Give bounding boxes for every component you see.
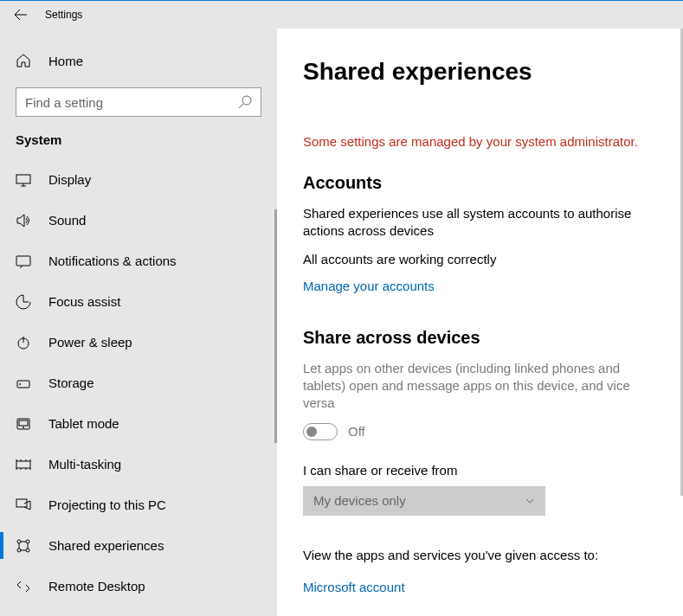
nav-label: Notifications & actions (48, 253, 177, 268)
share-devices-toggle (303, 423, 338, 440)
share-devices-desc: Let apps on other devices (including lin… (303, 360, 649, 413)
home-label: Home (48, 54, 83, 68)
titlebar: Settings (0, 1, 683, 29)
nav-label: Sound (48, 213, 86, 228)
nav-label: Tablet mode (48, 416, 119, 431)
share-receive-label: I can share or receive from (303, 463, 657, 478)
svg-point-8 (23, 427, 24, 427)
projecting-icon (16, 497, 31, 513)
svg-point-11 (17, 540, 21, 543)
tablet-icon (16, 416, 31, 432)
nav-label: Remote Desktop (48, 579, 145, 594)
window-body: Home System Display Sound (0, 29, 683, 616)
svg-rect-2 (16, 256, 30, 266)
svg-point-0 (242, 96, 251, 105)
home-icon (16, 53, 31, 68)
share-receive-select: My devices only (303, 486, 545, 516)
search-container (16, 87, 261, 117)
nav-multitasking[interactable]: Multi-tasking (0, 444, 277, 484)
back-arrow-icon (14, 8, 28, 22)
focus-assist-icon (16, 294, 31, 310)
display-icon (16, 172, 31, 188)
page-title: Shared experiences (303, 58, 657, 86)
svg-point-14 (26, 549, 29, 552)
nav-sound[interactable]: Sound (0, 200, 277, 241)
share-devices-toggle-row: Off (303, 423, 657, 440)
svg-rect-7 (19, 420, 28, 426)
svg-point-13 (17, 549, 21, 552)
svg-rect-1 (16, 175, 30, 183)
search-input[interactable] (25, 95, 238, 110)
svg-point-12 (26, 540, 29, 543)
manage-accounts-link[interactable]: Manage your accounts (303, 279, 657, 293)
home-nav[interactable]: Home (0, 42, 277, 79)
search-icon (238, 95, 252, 109)
accounts-header: Accounts (303, 173, 657, 193)
svg-rect-9 (16, 461, 30, 468)
nav-label: Projecting to this PC (48, 497, 166, 512)
sidebar: Home System Display Sound (0, 29, 277, 616)
sound-icon (16, 213, 31, 228)
nav-projecting[interactable]: Projecting to this PC (0, 484, 277, 525)
admin-notice: Some settings are managed by your system… (303, 134, 657, 149)
view-access-desc: View the apps and services you've given … (303, 547, 649, 564)
nav-shared-experiences[interactable]: Shared experiences (0, 525, 277, 566)
nav-display[interactable]: Display (0, 159, 277, 200)
svg-point-5 (20, 383, 21, 384)
share-receive-value: My devices only (313, 493, 406, 508)
share-devices-header: Share across devices (303, 328, 657, 348)
power-icon (16, 335, 31, 350)
nav-list: Display Sound Notifications & actions Fo… (0, 159, 277, 616)
search-box[interactable] (16, 87, 261, 117)
nav-power[interactable]: Power & sleep (0, 322, 277, 363)
nav-label: Shared experiences (48, 538, 164, 553)
microsoft-account-link[interactable]: Microsoft account (303, 580, 657, 594)
accounts-desc1: Shared experiences use all system accoun… (303, 205, 649, 241)
back-button[interactable] (0, 1, 42, 29)
remote-icon (16, 579, 31, 594)
nav-label: Multi-tasking (48, 457, 121, 472)
multitasking-icon (16, 457, 31, 472)
toggle-knob (306, 427, 317, 437)
category-label: System (0, 132, 277, 159)
storage-icon (16, 375, 31, 391)
nav-tablet[interactable]: Tablet mode (0, 403, 277, 444)
nav-label: Focus assist (48, 294, 120, 309)
nav-notifications[interactable]: Notifications & actions (0, 241, 277, 281)
notifications-icon (16, 253, 31, 269)
nav-storage[interactable]: Storage (0, 363, 277, 403)
nav-remote-desktop[interactable]: Remote Desktop (0, 566, 277, 606)
chevron-down-icon (525, 496, 535, 506)
nav-label: Storage (48, 375, 94, 390)
share-devices-toggle-state: Off (348, 424, 365, 439)
nav-focus-assist[interactable]: Focus assist (0, 281, 277, 322)
nav-label: Display (48, 172, 91, 187)
shared-icon (16, 538, 31, 554)
app-title: Settings (45, 9, 82, 21)
nav-label: Power & sleep (48, 335, 132, 350)
content-area: Shared experiences Some settings are man… (277, 29, 683, 616)
accounts-desc2: All accounts are working correctly (303, 251, 649, 268)
settings-window: Settings Home System (0, 0, 683, 616)
